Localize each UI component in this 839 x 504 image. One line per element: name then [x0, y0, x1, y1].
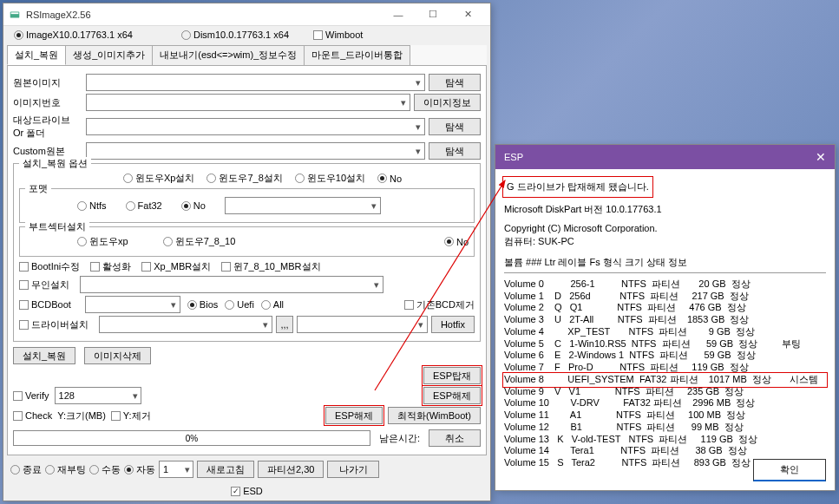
bootsector-legend: 부트섹터설치	[25, 220, 89, 233]
tab-install[interactable]: 설치_복원	[7, 45, 66, 65]
cb-esd[interactable]: ESD	[231, 486, 263, 496]
target-browse[interactable]: 탐색	[429, 118, 481, 135]
optimize-btn[interactable]: 최적화(WimBoot)	[388, 407, 481, 424]
volume-row: Volume 3 U 2T-All NTFS 파티션 1853 GB 정상	[504, 314, 826, 326]
app-icon	[9, 9, 21, 21]
imgdel-btn[interactable]: 이미지삭제	[84, 347, 151, 364]
cancel-btn[interactable]: 취소	[429, 429, 481, 447]
esp-window: ESP ✕ G 드라이브가 탑재해제 됐습니다. Microsoft DiskP…	[495, 144, 836, 491]
volume-row: Volume 4 XP_TEST NTFS 파티션 9 GB 정상	[504, 326, 826, 338]
radio-bs-no[interactable]: No	[444, 237, 469, 247]
hotfix-btn[interactable]: Hotfix	[431, 316, 475, 333]
wimboot-checkbox[interactable]: Wimboot	[313, 29, 363, 40]
volume-row: Volume 5 C 1-Win10.RS5 NTFS 파티션 59 GB 정상…	[504, 338, 826, 350]
volume-row: Volume 2 Q Q1 NTFS 파티션 476 GB 정상	[504, 302, 826, 314]
volume-table: Volume 0 256-1 NTFS 파티션 20 GB 정상Volume 1…	[504, 278, 826, 469]
volume-row: Volume 7 F Pro-D NTFS 파티션 119 GB 정상	[504, 362, 826, 374]
radio-bs78[interactable]: 윈도우7_8_10	[163, 235, 236, 248]
window-title: RSImageX2.56	[26, 10, 381, 20]
cb-xpmbr[interactable]: Xp_MBR설치	[141, 260, 211, 273]
esp-close-button[interactable]: ✕	[816, 150, 826, 164]
bottom-row: 종료 재부팅 수동 자동 1 새로고침 파티션2,30 나가기	[3, 459, 490, 483]
espunmount-btn[interactable]: ESP해제	[423, 387, 481, 404]
maximize-button[interactable]: ☐	[416, 3, 450, 26]
radio-winxp[interactable]: 윈도우Xp설치	[123, 172, 194, 185]
imginfo-btn[interactable]: 이미지정보	[414, 94, 481, 111]
radio-bsxp[interactable]: 윈도우xp	[77, 235, 128, 248]
src-combo[interactable]	[86, 74, 425, 91]
custom-combo[interactable]	[86, 142, 425, 160]
volume-row: Volume 8 UEFI_SYSTEM FAT32 파티션 1017 MB 정…	[504, 374, 826, 386]
cb-bootini[interactable]: BootIni수정	[19, 260, 80, 273]
exit-btn[interactable]: 나가기	[327, 461, 379, 478]
radio-manual[interactable]: 수동	[89, 463, 121, 476]
esp-body: G 드라이브가 탑재해제 됐습니다. Microsoft DiskPart 버전…	[495, 169, 835, 478]
cb-noattend[interactable]: 무인설치	[19, 278, 69, 291]
target-combo[interactable]	[86, 118, 425, 135]
cb-bcdboot[interactable]: BCDBoot	[19, 299, 71, 310]
tab-bar: 설치_복원 생성_이미지추가 내보내기(esd<=>wim)_정보수정 마운트_…	[7, 45, 487, 66]
label-target: 대상드라이브 Or 폴더	[13, 114, 82, 140]
driver-browse[interactable]: ,,,	[276, 316, 293, 333]
espunmount-btn2[interactable]: ESP해제	[325, 407, 383, 424]
driver-combo[interactable]	[99, 316, 272, 333]
computer: 컴퓨터: SUK-PC	[504, 235, 826, 248]
imagex-radio[interactable]: ImageX10.0.17763.1 x64	[14, 29, 133, 40]
vol-header: 볼륨 ### Ltr 레이블 Fs 형식 크기 상태 정보	[504, 256, 826, 269]
format-combo[interactable]	[225, 197, 381, 214]
radio-fat32[interactable]: Fat32	[126, 200, 162, 211]
refresh-btn[interactable]: 새로고침	[197, 461, 254, 478]
radio-win78[interactable]: 윈도우7_8설치	[206, 172, 282, 185]
cb-win78mbr[interactable]: 윈7_8_10_MBR설치	[221, 260, 320, 273]
custom-browse[interactable]: 탐색	[429, 142, 481, 160]
imgno-combo[interactable]	[86, 94, 410, 111]
radio-uefi[interactable]: Uefi	[225, 299, 254, 310]
label-custom: Custom원본	[13, 145, 82, 158]
cb-driver[interactable]: 드라이버설치	[19, 318, 88, 331]
radio-format-no[interactable]: No	[181, 200, 206, 211]
label-src: 원본이미지	[13, 76, 82, 89]
espmount-btn[interactable]: ESP탑재	[423, 367, 481, 384]
radio-auto[interactable]: 자동	[124, 463, 155, 476]
diskpart-version: Microsoft DiskPart 버전 10.0.17763.1	[504, 203, 826, 216]
radio-shutdown[interactable]: 종료	[10, 463, 42, 476]
radio-ntfs[interactable]: Ntfs	[77, 200, 107, 211]
titlebar: RSImageX2.56 — ☐ ✕	[3, 3, 490, 26]
tab-export[interactable]: 내보내기(esd<=>wim)_정보수정	[152, 45, 305, 65]
radio-bios[interactable]: Bios	[187, 299, 218, 310]
src-browse[interactable]: 탐색	[429, 74, 481, 91]
dism-radio[interactable]: Dism10.0.17763.1 x64	[181, 29, 289, 40]
ysize-label: Y:크기(MB)	[57, 409, 106, 422]
bcdboot-combo[interactable]	[85, 296, 180, 313]
tab-body: 원본이미지 탐색 이미지번호 이미지정보 대상드라이브 Or 폴더 탐색 Cus…	[7, 66, 487, 455]
copyright: Copyright (C) Microsoft Corporation.	[504, 222, 826, 235]
cb-verify[interactable]: Verify	[13, 390, 49, 401]
install-btn[interactable]: 설치_복원	[13, 347, 75, 364]
noattend-combo[interactable]	[80, 276, 383, 293]
cb-bcdremove[interactable]: 기존BCD제거	[404, 298, 475, 311]
cb-check[interactable]: Check	[13, 410, 52, 421]
tab-create[interactable]: 생성_이미지추가	[65, 45, 153, 65]
verify-combo[interactable]: 128	[55, 387, 141, 404]
volume-row: Volume 10 V-DRV FAT32 파티션 2996 MB 정상	[504, 397, 826, 409]
tab-mount[interactable]: 마운트_드라이버통합	[304, 45, 410, 65]
ok-button[interactable]: 확인	[753, 459, 826, 481]
cb-activate[interactable]: 활성화	[90, 260, 131, 273]
format-legend: 포맷	[25, 182, 51, 195]
radio-all[interactable]: All	[261, 299, 284, 310]
mode-row: ImageX10.0.17763.1 x64 Dism10.0.17763.1 …	[3, 26, 490, 43]
auto-combo[interactable]: 1	[159, 461, 193, 478]
separator	[504, 272, 826, 273]
remaining-label: 남은시간:	[379, 432, 420, 445]
radio-reboot[interactable]: 재부팅	[45, 463, 86, 476]
cb-yremove[interactable]: Y:제거	[111, 409, 151, 422]
esp-title: ESP	[504, 152, 816, 162]
radio-win10[interactable]: 윈도우10설치	[295, 172, 365, 185]
minimize-button[interactable]: —	[381, 3, 416, 26]
label-imgno: 이미지번호	[13, 96, 82, 109]
driver-combo2[interactable]	[297, 316, 428, 333]
partition-btn[interactable]: 파티션2,30	[258, 461, 324, 478]
close-button[interactable]: ✕	[450, 3, 485, 26]
radio-install-no[interactable]: No	[377, 173, 402, 184]
options-legend: 설치_복원 옵션	[19, 157, 91, 170]
